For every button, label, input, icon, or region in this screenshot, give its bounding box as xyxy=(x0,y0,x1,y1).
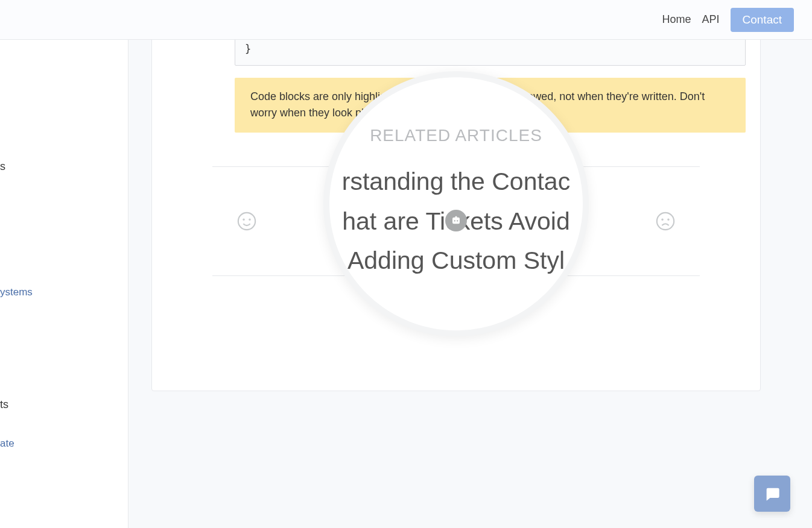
svg-point-5 xyxy=(668,219,668,220)
article-card: for (var i = length; i > 0; --i) result … xyxy=(151,0,761,391)
frown-icon[interactable] xyxy=(655,211,676,231)
related-article[interactable]: Adding Custom Styl xyxy=(347,242,565,281)
svg-point-1 xyxy=(243,219,244,220)
main-content: for (var i = length; i > 0; --i) result … xyxy=(128,40,812,528)
robot-icon xyxy=(445,210,467,231)
sidebar: s ystems ts ate xyxy=(0,40,128,528)
svg-point-4 xyxy=(662,219,662,220)
svg-point-0 xyxy=(238,213,255,230)
contact-button[interactable]: Contact xyxy=(731,8,794,32)
sidebar-item[interactable]: ate xyxy=(0,434,128,453)
related-heading: RELATED ARTICLES xyxy=(370,126,542,145)
sidebar-heading: ts xyxy=(0,392,128,417)
nav-home[interactable]: Home xyxy=(662,13,691,26)
sidebar-heading: s xyxy=(0,154,128,179)
chat-widget-button[interactable] xyxy=(754,476,790,512)
magnifier-overlay: RELATED ARTICLES rstanding the Contac ha… xyxy=(323,71,589,336)
chat-icon xyxy=(764,485,781,502)
nav-api[interactable]: API xyxy=(702,13,720,26)
code-line: } xyxy=(245,43,251,55)
smile-icon[interactable] xyxy=(236,211,257,231)
svg-point-2 xyxy=(249,219,250,220)
top-nav: Home API Contact xyxy=(0,0,812,40)
svg-point-3 xyxy=(657,213,674,230)
sidebar-item[interactable] xyxy=(0,275,128,283)
related-article[interactable]: rstanding the Contac xyxy=(342,162,570,202)
sidebar-item[interactable]: ystems xyxy=(0,283,128,302)
